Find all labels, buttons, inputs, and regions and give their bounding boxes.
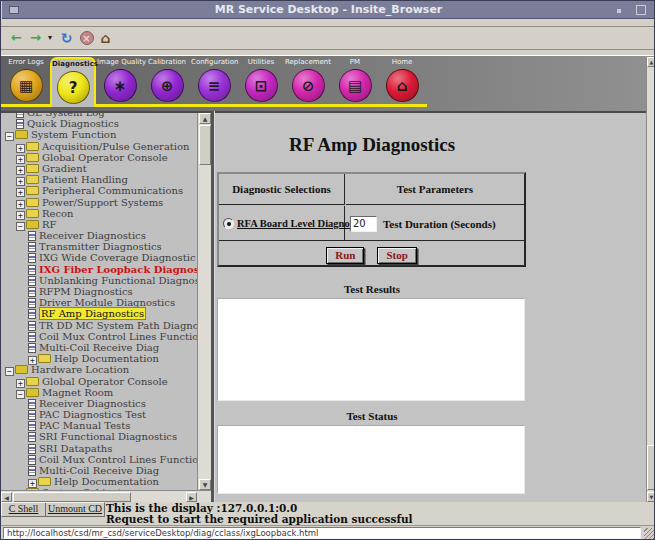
home-nav-button[interactable]: ⌂ [97, 30, 114, 47]
minimize-icon[interactable] [617, 9, 621, 13]
tree-item-label: System Function [31, 129, 116, 140]
tree-item-pac-manual-tests[interactable]: PAC Manual Tests [1, 420, 197, 431]
tree-item-ixg-wide-coverage-diagnostic[interactable]: IXG Wide Coverage Diagnostic [1, 252, 197, 263]
reload-button[interactable]: ↻ [58, 30, 75, 47]
tree-item-label: Hardware Location [31, 364, 129, 375]
document-icon [28, 421, 36, 431]
tree-item-coil-mux-control-lines-functional-dia[interactable]: Coil Mux Control Lines Functional Dia [1, 331, 197, 342]
tree-item-multi-coil-receive-diag[interactable]: Multi-Coil Receive Diag [1, 465, 197, 476]
tree-item-global-operator-console[interactable]: +Global Operator Console [1, 152, 197, 163]
toolbar-button-home[interactable]: Home⌂ [379, 57, 425, 104]
tree-vertical-scrollbar[interactable]: ▲ ▼ [197, 113, 211, 490]
stop-test-button[interactable]: Stop [377, 247, 416, 264]
tree-item-patient-handling[interactable]: +Patient Handling [1, 174, 197, 185]
scroll-left-icon[interactable]: ◀ [1, 492, 12, 502]
tree-item-recon[interactable]: +Recon [1, 208, 197, 219]
tree-item-global-operator-console[interactable]: +Global Operator Console [1, 376, 197, 387]
tree-item-label: Multi-Coil Receive Diag [39, 342, 159, 353]
tree-item-help-documentation[interactable]: +Help Documentation [1, 353, 197, 364]
collapse-icon[interactable]: − [5, 132, 14, 141]
tree-item-label: PAC Manual Tests [39, 420, 130, 431]
tree-item-rfpm-diagnostics[interactable]: RFPM Diagnostics [1, 286, 197, 297]
tree-hscroll-thumb[interactable] [13, 492, 131, 502]
tree-item-label: Quick Diagnostics [27, 118, 119, 129]
toolbar-button-label: Calibration [144, 57, 190, 68]
stop-button[interactable]: × [78, 30, 95, 47]
url-field[interactable]: http://localhost/csd/mr_csd/serviceDeskt… [3, 527, 641, 539]
toolbar-button-label: Image Quality [97, 57, 143, 68]
tree-item-label: Peripheral Communications [42, 185, 183, 196]
tree-item-coil-mux-control-lines-functional-dia[interactable]: Coil Mux Control Lines Functional Dia [1, 454, 197, 465]
resize-grip-icon[interactable] [644, 528, 655, 539]
scroll-up-icon[interactable]: ▲ [199, 113, 211, 124]
scroll-right-icon[interactable]: ▶ [186, 492, 197, 502]
scroll-down-icon[interactable]: ▼ [199, 479, 211, 490]
toolbar-button-configuration[interactable]: Configuration≡ [191, 57, 237, 104]
history-dropdown-button[interactable]: ▾ [45, 30, 55, 47]
toolbar-button-label: Replacement [285, 57, 331, 68]
forward-icon: → [30, 30, 41, 45]
tree-item-gradient[interactable]: +Gradient [1, 163, 197, 174]
run-button[interactable]: Run [326, 247, 364, 264]
tree-item-peripheral-communications[interactable]: +Peripheral Communications [1, 185, 197, 196]
unmount-cd-button[interactable]: Unmount CD [46, 503, 104, 516]
tree-item-multi-coil-receive-diag[interactable]: Multi-Coil Receive Diag [1, 342, 197, 353]
toolbar-button-pm[interactable]: PM▤ [332, 57, 378, 104]
tree-item-rf[interactable]: −RF [1, 219, 197, 230]
test-duration-input[interactable] [350, 216, 377, 232]
toolbar-button-image-quality[interactable]: Image Quality∗ [97, 57, 143, 104]
tree-item-acquisition-pulse-generation[interactable]: +Acquisition/Pulse Generation [1, 141, 197, 152]
tree-item-label: Power/Support Systems [42, 197, 163, 208]
tree-item-ixg-fiber-loopback-diagnostics[interactable]: IXG Fiber Loopback Diagnostics [1, 264, 197, 275]
tree-item-transmitter-diagnostics[interactable]: Transmitter Diagnostics [1, 241, 197, 252]
window-titlebar[interactable]: MR Service Desktop - Insite_Browser [2, 1, 655, 19]
toolbar-button-error-logs[interactable]: Error Logs▦ [3, 57, 49, 104]
folder-icon [38, 354, 51, 363]
document-icon [28, 332, 36, 342]
toolbar-button-calibration[interactable]: Calibration⊕ [144, 57, 190, 104]
tree-item-sri-functional-diagnostics[interactable]: SRI Functional Diagnostics [1, 431, 197, 442]
back-button[interactable]: ← [8, 30, 25, 47]
scroll-up-icon[interactable]: ▲ [647, 57, 655, 67]
maximize-icon[interactable] [636, 5, 646, 15]
tree-item-label: Help Documentation [54, 353, 159, 364]
expand-icon[interactable]: + [16, 188, 25, 197]
tree-item-help-documentation[interactable]: +Help Documentation [1, 476, 197, 487]
tree-item-rf-amp-diagnostics[interactable]: RF Amp Diagnostics [1, 308, 197, 319]
collapse-icon[interactable]: − [5, 367, 14, 376]
tree-item-magnet-room[interactable]: −Magnet Room [1, 387, 197, 398]
tree-item-sri-datapaths[interactable]: SRI Datapaths [1, 443, 197, 454]
tree-item-system-function[interactable]: −System Function [1, 129, 197, 140]
document-icon [28, 253, 36, 263]
collapse-icon[interactable]: − [16, 390, 25, 399]
scroll-down-icon[interactable]: ▼ [647, 492, 655, 502]
forward-button[interactable]: → [27, 30, 44, 47]
tree-item-receiver-diagnostics[interactable]: Receiver Diagnostics [1, 398, 197, 409]
tree-item-pac-diagnostics-test[interactable]: PAC Diagnostics Test [1, 409, 197, 420]
page-vertical-scrollbar[interactable]: ▲ ▼ [646, 57, 655, 502]
tree-horizontal-scrollbar[interactable]: ◀ ▶ [1, 490, 211, 502]
toolbar-button-utilities[interactable]: Utilities⊡ [238, 57, 284, 104]
tree-item-hardware-location[interactable]: −Hardware Location [1, 364, 197, 375]
document-icon [28, 410, 36, 420]
toolbar-button-replacement[interactable]: Replacement⊘ [285, 57, 331, 104]
document-icon [28, 231, 36, 241]
page-vscroll-thumb[interactable] [647, 445, 655, 490]
tree-item-tr-dd-mc-system-path-diagnostic[interactable]: TR DD MC System Path Diagnostic [1, 320, 197, 331]
tree-item-power-support-systems[interactable]: +Power/Support Systems [1, 197, 197, 208]
toolbar-button-label: Error Logs [3, 57, 49, 68]
tree-item-receiver-diagnostics[interactable]: Receiver Diagnostics [1, 230, 197, 241]
toolbar-button-diagnostics[interactable]: Diagnostics? [50, 57, 96, 107]
test-parameters-cell: Test Duration (Seconds) [346, 206, 524, 241]
folder-icon [26, 142, 39, 151]
document-icon [28, 444, 36, 454]
app-window: MR Service Desktop - Insite_Browser ← → … [0, 0, 655, 540]
c-shell-button[interactable]: C Shell [2, 503, 46, 516]
back-icon: ← [11, 30, 22, 45]
tree-item-quick-diagnostics[interactable]: Quick Diagnostics [1, 118, 197, 129]
collapse-icon[interactable]: − [16, 222, 25, 231]
tree-item-unblanking-functional-diagnostic[interactable]: Unblanking Functional Diagnostic [1, 275, 197, 286]
rfa-board-level-radio[interactable] [223, 218, 234, 229]
document-icon [28, 276, 36, 286]
tree-vscroll-thumb[interactable] [199, 125, 211, 165]
